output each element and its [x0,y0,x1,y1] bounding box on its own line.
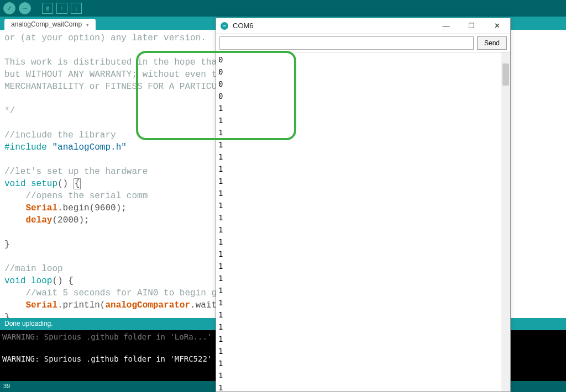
serial-line: 0 [218,90,508,102]
upload-button[interactable]: → [19,2,31,14]
verify-button[interactable]: ✓ [3,2,15,14]
serial-line: 1 [218,309,508,321]
serial-title-text: COM6 [233,22,254,30]
serial-line: 1 [218,151,508,163]
serial-titlebar[interactable]: ∞ COM6 — ☐ ✕ [216,18,510,34]
maximize-button[interactable]: ☐ [463,19,480,33]
send-button[interactable]: Send [477,36,507,50]
save-button[interactable]: ↓ [71,3,82,14]
serial-line: 1 [218,321,508,333]
tab-sketch[interactable]: analogComp_waitComp [4,19,96,30]
scrollbar-track[interactable] [501,52,510,391]
close-button[interactable]: ✕ [488,19,506,33]
serial-line: 1 [218,260,508,272]
serial-line: 0 [218,78,508,90]
serial-output[interactable]: 0000111111111111111111111111 [216,52,510,391]
serial-line: 1 [218,199,508,211]
serial-line: 1 [218,369,508,382]
serial-input-row: Send [216,34,510,52]
serial-line: 1 [218,345,508,357]
serial-monitor-window: ∞ COM6 — ☐ ✕ Send 0000111111111111111111… [216,18,511,392]
minimize-button[interactable]: — [437,19,455,33]
serial-line: 0 [218,66,508,78]
serial-line: 1 [218,248,508,260]
serial-line: 1 [218,139,508,151]
new-file-button[interactable]: 🗎 [42,3,53,14]
arduino-icon: ∞ [221,22,228,30]
toolbar: ✓ → 🗎 ↑ ↓ [0,0,566,17]
serial-line: 1 [218,126,508,139]
scrollbar-thumb[interactable] [502,63,509,86]
serial-line: 1 [218,114,508,126]
serial-line: 1 [218,236,508,248]
serial-line: 1 [218,357,508,369]
serial-line: 1 [218,284,508,296]
serial-line: 1 [218,102,508,114]
serial-line: 0 [218,54,508,66]
open-button[interactable]: ↑ [56,3,67,14]
serial-line: 1 [218,296,508,309]
serial-line: 1 [218,382,508,391]
serial-input[interactable] [219,36,474,50]
serial-line: 1 [218,187,508,199]
serial-line: 1 [218,272,508,284]
serial-line: 1 [218,175,508,187]
serial-line: 1 [218,163,508,175]
serial-line: 1 [218,224,508,236]
serial-line: 1 [218,211,508,224]
serial-line: 1 [218,333,508,345]
